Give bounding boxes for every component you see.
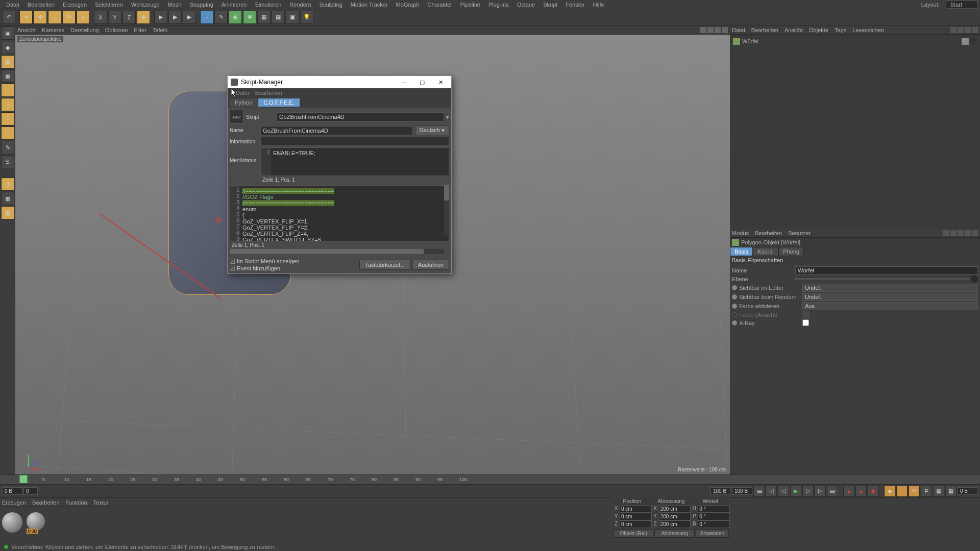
main-code-editor[interactable]: 12345678910 //==========================…: [230, 185, 449, 241]
menu-datei[interactable]: Datei: [2, 1, 23, 9]
attr-lock-icon[interactable]: [965, 230, 971, 236]
check-show-in-menu[interactable]: ✓Im Skript-Menü anzeigen: [230, 258, 357, 264]
attr-name-input[interactable]: [795, 266, 978, 274]
vp-menu-darstellung[interactable]: Darstellung: [70, 27, 99, 33]
tc-opt3-icon[interactable]: ⟳: [909, 486, 920, 497]
environment-icon[interactable]: ▦: [272, 11, 285, 24]
obj-menu-bearbeiten[interactable]: Bearbeiten: [751, 27, 778, 33]
scrollbar-horizontal[interactable]: [230, 249, 444, 254]
tc-opt1-icon[interactable]: ◆: [884, 486, 895, 497]
coord-h-ang[interactable]: [698, 505, 730, 513]
dialog-menu-datei[interactable]: Datei: [236, 90, 249, 96]
menu-erzeugen[interactable]: Erzeugen: [59, 1, 91, 9]
object-manager[interactable]: Würfel ∷: [730, 35, 980, 229]
attr-farbeakt-dropdown[interactable]: Aus: [802, 302, 978, 310]
recent-tool-icon[interactable]: +: [77, 11, 90, 24]
visibility-tag-icon[interactable]: ∷: [962, 38, 969, 45]
camera-icon[interactable]: ▣: [286, 11, 299, 24]
attr-menu-bearbeiten[interactable]: Bearbeiten: [755, 230, 782, 236]
workplane-icon[interactable]: ▦: [1, 69, 14, 83]
tc-prev-key-icon[interactable]: ◁: [766, 486, 777, 497]
timeline-ruler[interactable]: 0 05101520253035404550556065707580859095…: [0, 474, 980, 485]
polygon-mode-icon[interactable]: ▫: [1, 112, 14, 126]
vp-menu-filter[interactable]: Filter: [134, 27, 146, 33]
tc-keyselection-icon[interactable]: ◉: [868, 486, 879, 497]
coord-p-ang[interactable]: [698, 513, 730, 520]
phong-tag-icon[interactable]: [970, 38, 977, 45]
material-preview-icon[interactable]: [2, 512, 22, 533]
attr-home-icon[interactable]: [972, 230, 978, 236]
menu-animieren[interactable]: Animieren: [217, 1, 251, 9]
menu-bearbeiten[interactable]: Bearbeiten: [23, 1, 59, 9]
tc-autokey-icon[interactable]: ●: [855, 486, 867, 497]
timeline-rangeend-input[interactable]: [710, 487, 731, 495]
undo-icon[interactable]: ↶: [2, 11, 15, 24]
attr-menu-modus[interactable]: Modus: [732, 230, 749, 236]
deformer-icon[interactable]: ▦: [257, 11, 271, 24]
shortcut-button[interactable]: Tastaturkürzel...: [359, 260, 410, 270]
coord-z-dim[interactable]: [659, 520, 691, 528]
snap-icon[interactable]: S: [1, 155, 14, 168]
menu-werkzeuge[interactable]: Werkzeuge: [127, 1, 163, 9]
render-view-icon[interactable]: ▶: [154, 11, 167, 24]
coord-y-pos[interactable]: [620, 513, 652, 520]
render-settings-icon[interactable]: ▶: [183, 11, 196, 24]
tab-basis[interactable]: Basis: [730, 247, 753, 256]
rotate-tool-icon[interactable]: ⟳: [62, 11, 76, 24]
obj-menu-datei[interactable]: Datei: [732, 27, 745, 33]
vp-menu-optionen[interactable]: Optionen: [105, 27, 128, 33]
menu-fenster[interactable]: Fenster: [561, 1, 589, 9]
layer-color-icon[interactable]: [971, 276, 978, 283]
dialog-titlebar[interactable]: Skript-Manager — ▢ ✕: [228, 76, 451, 88]
attr-up-icon[interactable]: [958, 230, 964, 236]
mat-menu-textur[interactable]: Textur: [93, 499, 109, 506]
coord-b-ang[interactable]: [698, 520, 730, 528]
tc-next-frame-icon[interactable]: ▷: [802, 486, 814, 497]
tab-koord[interactable]: Koord.: [753, 247, 778, 256]
tc-opt4-icon[interactable]: P: [921, 486, 932, 497]
scrollbar-vertical[interactable]: [444, 185, 449, 235]
material-manager[interactable]: M3D: [0, 507, 980, 538]
tweak-mode-icon[interactable]: ✎: [1, 141, 14, 154]
lang-dropdown[interactable]: Deutsch ▾: [415, 126, 449, 135]
dialog-menu-bearbeiten[interactable]: Bearbeiten: [255, 90, 282, 96]
menu-mesh[interactable]: Mesh: [163, 1, 185, 9]
tc-next-key-icon[interactable]: ▷: [815, 486, 826, 497]
timeline-rangetotal-input[interactable]: [732, 487, 752, 495]
tc-goto-start-icon[interactable]: ⏮: [753, 486, 765, 497]
x-axis-icon[interactable]: X: [94, 11, 107, 24]
menu-rendern[interactable]: Rendern: [285, 1, 315, 9]
mat-menu-erzeugen[interactable]: Erzeugen: [2, 499, 26, 506]
tab-coffee[interactable]: C.O.F.F.E.E.: [258, 98, 300, 107]
scale-tool-icon[interactable]: ▫: [48, 11, 61, 24]
attr-sichtrendern-dropdown[interactable]: Undef.: [802, 293, 978, 301]
check-add-event[interactable]: ✓Event hinzufügen: [230, 265, 357, 271]
select-tool-icon[interactable]: ✦: [19, 11, 33, 24]
menu-sculpting[interactable]: Sculpting: [315, 1, 347, 9]
tc-opt5-icon[interactable]: ▦: [933, 486, 944, 497]
menu-charakter[interactable]: Charakter: [423, 1, 456, 9]
tc-goto-end-icon[interactable]: ⏭: [827, 486, 838, 497]
tc-record-icon[interactable]: ●: [843, 486, 854, 497]
obj-menu-ansicht[interactable]: Ansicht: [785, 27, 803, 33]
menu-motiontracker[interactable]: Motion Tracker: [347, 1, 392, 9]
layout-dropdown[interactable]: Start: [946, 1, 978, 9]
menu-snapping[interactable]: Snapping: [185, 1, 217, 9]
script-goz-icon[interactable]: GoZ: [230, 110, 244, 124]
vp-nav-icon[interactable]: [700, 27, 706, 33]
obj-home-icon[interactable]: [965, 27, 971, 33]
obj-menu-objekte[interactable]: Objekte: [809, 27, 828, 33]
radio-icon[interactable]: [732, 294, 737, 299]
locked-workplane-icon[interactable]: ▦: [1, 192, 14, 205]
vp-zoom-icon[interactable]: [715, 27, 721, 33]
tab-python[interactable]: Python: [230, 98, 257, 107]
radio-icon[interactable]: [732, 304, 737, 309]
vp-menu-tafeln[interactable]: Tafeln: [153, 27, 167, 33]
menu-plugins[interactable]: Plug-ins: [484, 1, 513, 9]
name-input[interactable]: [260, 126, 413, 135]
attr-fwd-icon[interactable]: [950, 230, 957, 236]
cube-primitive-icon[interactable]: ▫: [200, 11, 213, 24]
attr-back-icon[interactable]: [943, 230, 949, 236]
obj-menu-tags[interactable]: Tags: [835, 27, 846, 33]
make-editable-icon[interactable]: ▣: [1, 27, 14, 40]
